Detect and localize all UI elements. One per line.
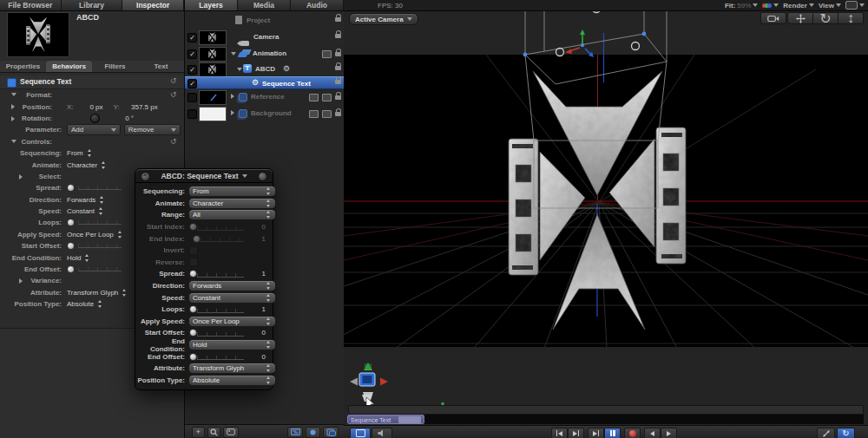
expand-timeline-button[interactable] — [817, 428, 835, 438]
animate-popup[interactable]: Character — [67, 161, 97, 169]
lock-icon[interactable] — [335, 80, 341, 84]
slider-track[interactable] — [78, 220, 122, 225]
thumbnail-view-button[interactable] — [223, 427, 239, 438]
media-icon[interactable] — [322, 94, 332, 101]
hud-window[interactable]: ABCD: Sequence Text Sequencing: From Ani… — [135, 168, 273, 390]
direction-popup[interactable]: Forwards — [188, 280, 276, 291]
loop-playback-button[interactable]: ↻ — [837, 428, 855, 438]
disclosure-icon[interactable] — [11, 116, 15, 121]
layer-checkbox[interactable] — [187, 109, 197, 119]
dolly-camera-tool[interactable]: ↕ — [838, 12, 864, 24]
tab-text[interactable]: Text — [138, 61, 184, 72]
parameter-remove-dropdown[interactable]: Remove — [124, 124, 181, 135]
tab-behaviors[interactable]: Behaviors — [46, 61, 92, 72]
tab-media[interactable]: Media — [238, 0, 291, 10]
disclosure-icon[interactable] — [19, 278, 23, 284]
show-timeline-button[interactable] — [287, 427, 303, 438]
layer-checkbox[interactable]: ✓ — [187, 33, 197, 42]
tab-audio[interactable]: Audio — [291, 0, 344, 10]
slider-track[interactable] — [78, 186, 122, 190]
spread-slider[interactable] — [189, 270, 197, 278]
slider-track[interactable] — [197, 226, 244, 231]
lock-icon[interactable] — [335, 112, 341, 116]
hud-close-button[interactable] — [141, 172, 150, 181]
layer-checkbox[interactable]: ✓ — [187, 49, 197, 59]
tab-properties[interactable]: Properties — [0, 61, 46, 72]
media-icon[interactable] — [309, 94, 319, 101]
position-type-popup[interactable]: Absolute — [188, 375, 276, 386]
lock-icon[interactable] — [335, 95, 341, 100]
pause-button[interactable] — [604, 428, 621, 438]
start-offset-slider[interactable] — [67, 242, 75, 250]
param-row-rotation[interactable]: Rotation: 0 ° — [0, 113, 184, 124]
rotation-value[interactable]: 0 ° — [103, 114, 134, 122]
render-menu[interactable]: Render — [783, 2, 814, 10]
animate-popup[interactable]: Character — [188, 198, 276, 209]
layer-row-abcd[interactable]: ✓ T ABCD ⚙ — [185, 62, 344, 76]
search-button[interactable] — [207, 427, 220, 438]
pan-camera-tool[interactable] — [787, 12, 813, 24]
end-condition-popup[interactable]: Hold — [67, 254, 81, 262]
lock-icon[interactable] — [335, 17, 341, 22]
disclosure-icon[interactable] — [231, 94, 234, 99]
view-menu[interactable]: View — [819, 2, 841, 10]
disclosure-icon[interactable] — [11, 93, 16, 96]
slider-track[interactable] — [201, 238, 244, 242]
lock-icon[interactable] — [335, 34, 341, 38]
slider-track[interactable] — [78, 267, 122, 271]
add-layer-button[interactable]: + — [192, 427, 205, 438]
camera-overlay-toggle[interactable] — [760, 12, 786, 24]
display-menu[interactable] — [845, 1, 865, 10]
layer-row-camera[interactable]: ✓ Camera — [185, 29, 344, 45]
canvas-3d-scene[interactable] — [344, 10, 868, 425]
slider-track[interactable] — [78, 244, 122, 248]
end-offset-slider[interactable] — [189, 353, 197, 361]
disclosure-icon[interactable] — [11, 140, 16, 143]
timeline-track[interactable]: Sequence Text — [347, 415, 864, 424]
layer-row-background[interactable]: Background — [185, 105, 344, 121]
tab-filters[interactable]: Filters — [92, 61, 138, 72]
sequencing-popup[interactable]: From — [67, 149, 83, 157]
reset-icon[interactable]: ↺ — [170, 76, 177, 85]
start-offset-slider[interactable] — [189, 329, 197, 337]
behavior-clip-bar[interactable]: Sequence Text — [347, 415, 424, 424]
layer-checkbox[interactable] — [187, 93, 197, 102]
canvas-viewport[interactable]: FPS: 30 Fit:59% Render View Active Camer… — [344, 0, 868, 438]
direction-popup[interactable]: Forwards — [67, 196, 95, 204]
play-from-start-button[interactable] — [588, 428, 604, 438]
disclosure-icon[interactable] — [231, 52, 236, 56]
range-popup[interactable]: All — [188, 209, 276, 220]
show-minitimeline-button[interactable] — [350, 428, 371, 438]
param-row-controls[interactable]: Controls: ↺ — [0, 136, 184, 147]
spread-slider[interactable] — [67, 184, 75, 192]
slider-track[interactable] — [197, 273, 244, 278]
behavior-header-row[interactable]: Sequence Text ↺ — [0, 75, 184, 89]
orbit-camera-tool[interactable]: ↻ — [813, 12, 838, 24]
layer-checkbox[interactable]: ✓ — [187, 79, 197, 88]
param-row-format[interactable]: Format: ↺ — [0, 89, 184, 101]
start-index-slider[interactable] — [189, 223, 197, 231]
position-type-popup[interactable]: Absolute — [67, 300, 94, 308]
invert-checkbox[interactable] — [189, 246, 198, 255]
slider-track[interactable] — [197, 356, 244, 360]
sequencing-popup[interactable]: From — [188, 186, 276, 197]
apply-speed-popup[interactable]: Once Per Loop — [67, 231, 114, 239]
show-keyframe-editor-button[interactable] — [306, 427, 320, 438]
go-to-start-button[interactable] — [551, 428, 568, 438]
tab-file-browser[interactable]: File Browser — [0, 0, 62, 10]
attribute-popup[interactable]: Transform Glyph — [67, 289, 118, 297]
media-icon[interactable] — [322, 110, 332, 118]
channels-menu[interactable] — [762, 2, 779, 9]
speed-popup[interactable]: Constant — [67, 207, 95, 215]
hud-inspector-button[interactable] — [258, 172, 267, 181]
loops-slider[interactable] — [189, 305, 197, 313]
end-index-slider[interactable] — [193, 235, 201, 243]
layer-row-project[interactable]: Project — [185, 12, 344, 29]
audio-mute-button[interactable] — [372, 428, 392, 438]
disclosure-icon[interactable] — [231, 110, 234, 115]
behavior-gear-icon[interactable]: ⚙ — [283, 65, 290, 73]
disclosure-icon[interactable] — [237, 68, 242, 71]
tab-library[interactable]: Library — [62, 0, 123, 10]
parameter-add-dropdown[interactable]: Add — [67, 124, 121, 135]
reverse-checkbox[interactable] — [189, 258, 198, 266]
